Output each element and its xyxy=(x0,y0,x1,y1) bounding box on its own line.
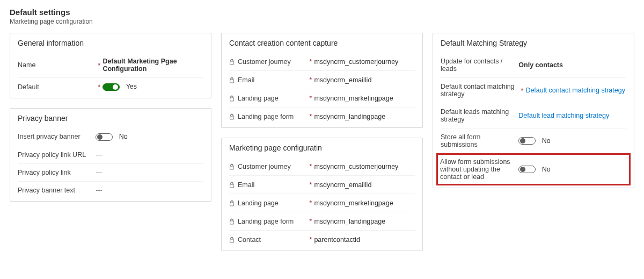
privacy-url-value[interactable]: --- xyxy=(96,151,203,159)
capture-label: Customer journey xyxy=(238,58,291,66)
lock-icon xyxy=(229,218,235,225)
lock-icon xyxy=(229,200,235,206)
capture-value[interactable]: msdyncrm_customerjourney xyxy=(314,58,415,66)
lock-icon xyxy=(229,113,235,120)
privacy-text-label: Privacy banner text xyxy=(18,187,75,194)
store-submissions-toggle[interactable] xyxy=(518,137,536,145)
required-icon: * xyxy=(307,217,314,225)
required-icon: * xyxy=(307,162,314,170)
insert-privacy-value: No xyxy=(119,133,128,140)
insert-privacy-toggle[interactable] xyxy=(96,133,113,141)
privacy-url-row: Privacy policy link URL --- xyxy=(18,146,203,163)
capture-row: Customer journey*msdyncrm_customerjourne… xyxy=(229,53,415,70)
matching-strategy-card: Default Matching Strategy Update for con… xyxy=(433,33,634,188)
contact-capture-card: Contact creation content capture Custome… xyxy=(221,33,423,128)
matching-strategy-title: Default Matching Strategy xyxy=(441,39,626,47)
contact-capture-title: Contact creation content capture xyxy=(229,39,415,47)
mpc-label: Email xyxy=(238,181,254,189)
mpc-value[interactable]: msdyncrm_emaillid xyxy=(314,181,415,189)
allow-submissions-label: Allow form submissions without updating … xyxy=(440,158,515,181)
capture-value[interactable]: msdyncrm_emaillid xyxy=(314,76,415,84)
contact-strategy-row: Default contact matching strategy * Defa… xyxy=(441,77,626,103)
privacy-text-value[interactable]: --- xyxy=(96,187,203,194)
required-icon: * xyxy=(96,83,103,91)
required-icon: * xyxy=(307,235,314,244)
required-icon: * xyxy=(307,94,314,102)
default-label: Default xyxy=(18,83,39,91)
mpc-value[interactable]: parentcontactid xyxy=(314,236,415,244)
default-toggle[interactable] xyxy=(103,83,120,91)
privacy-link-row: Privacy policy link --- xyxy=(18,163,203,181)
mpc-value[interactable]: msdyncrm_landingpage xyxy=(314,218,415,225)
capture-row: Landing page form*msdyncrm_landingpage xyxy=(229,107,415,125)
lead-strategy-row: Default leads matching strategy Default … xyxy=(441,103,626,128)
capture-label: Email xyxy=(238,76,254,84)
page-title: Default settings xyxy=(10,8,634,17)
mpc-row: Landing page*msdyncrm_marketingpage xyxy=(229,194,415,212)
lock-icon xyxy=(229,95,235,102)
capture-value[interactable]: msdyncrm_landingpage xyxy=(314,113,415,120)
required-icon: * xyxy=(307,181,314,189)
required-icon: * xyxy=(518,87,525,95)
capture-label: Landing page xyxy=(238,95,279,102)
required-icon: * xyxy=(307,199,314,207)
allow-submissions-row: Allow form submissions without updating … xyxy=(436,153,631,185)
capture-value[interactable]: msdyncrm_marketingpage xyxy=(314,95,415,102)
default-row: Default * Yes xyxy=(18,77,203,96)
general-info-card: General information Name * Default Marke… xyxy=(10,33,211,98)
general-info-title: General information xyxy=(18,39,203,47)
lock-icon xyxy=(229,77,235,83)
update-contacts-value[interactable]: Only contacts xyxy=(518,61,626,69)
privacy-banner-card: Privacy banner Insert privacy banner No … xyxy=(10,108,211,202)
mpc-row: Customer journey*msdyncrm_customerjourne… xyxy=(229,158,415,175)
allow-submissions-toggle[interactable] xyxy=(518,166,536,173)
mpc-row: Email*msdyncrm_emaillid xyxy=(229,175,415,194)
update-contacts-label: Update for contacts / leads xyxy=(441,58,515,73)
lock-icon xyxy=(229,237,235,243)
name-value[interactable]: Default Marketing Pgae Configuration xyxy=(103,58,203,73)
privacy-url-label: Privacy policy link URL xyxy=(18,151,86,159)
mpc-label: Contact xyxy=(238,236,261,244)
mpc-value[interactable]: msdyncrm_marketingpage xyxy=(314,199,415,207)
default-value: Yes xyxy=(126,83,137,90)
insert-privacy-label: Insert privacy banner xyxy=(18,133,80,140)
mpc-label: Landing page form xyxy=(238,218,294,225)
lock-icon xyxy=(229,182,235,188)
store-submissions-row: Store all form submissions No xyxy=(441,128,626,153)
name-row: Name * Default Marketing Pgae Configurat… xyxy=(18,53,203,77)
contact-strategy-label: Default contact matching strategy xyxy=(441,83,515,98)
lead-strategy-link[interactable]: Default lead matching strategy xyxy=(518,112,626,119)
lock-icon xyxy=(229,59,235,65)
lead-strategy-label: Default leads matching strategy xyxy=(441,108,515,123)
marketing-page-config-title: Marketing page configuratin xyxy=(229,144,415,152)
privacy-link-value[interactable]: --- xyxy=(96,169,203,176)
mpc-label: Customer journey xyxy=(238,163,291,170)
required-icon: * xyxy=(307,76,314,84)
mpc-label: Landing page xyxy=(238,199,279,207)
update-contacts-row: Update for contacts / leads Only contact… xyxy=(441,53,626,77)
insert-privacy-row: Insert privacy banner No xyxy=(18,128,203,146)
privacy-link-label: Privacy policy link xyxy=(18,169,71,176)
mpc-row: Contact*parentcontactid xyxy=(229,230,415,248)
name-label: Name xyxy=(18,61,35,69)
mpc-value[interactable]: msdyncrm_customerjourney xyxy=(314,163,415,170)
required-icon: * xyxy=(307,58,314,66)
mpc-row: Landing page form*msdyncrm_landingpage xyxy=(229,212,415,230)
required-icon: * xyxy=(307,112,314,120)
store-submissions-label: Store all form submissions xyxy=(441,133,515,148)
privacy-text-row: Privacy banner text --- xyxy=(18,181,203,199)
capture-row: Email*msdyncrm_emaillid xyxy=(229,70,415,89)
marketing-page-config-card: Marketing page configuratin Customer jou… xyxy=(221,138,423,251)
capture-row: Landing page*msdyncrm_marketingpage xyxy=(229,89,415,107)
store-submissions-value: No xyxy=(542,137,551,145)
privacy-title: Privacy banner xyxy=(18,114,203,123)
lock-icon xyxy=(229,163,235,170)
contact-strategy-link[interactable]: Default contact matching strategy xyxy=(525,87,626,94)
capture-label: Landing page form xyxy=(238,113,294,120)
page-subtitle: Marketing page configuration xyxy=(10,18,634,25)
required-icon: * xyxy=(96,61,103,69)
allow-submissions-value: No xyxy=(542,166,551,173)
